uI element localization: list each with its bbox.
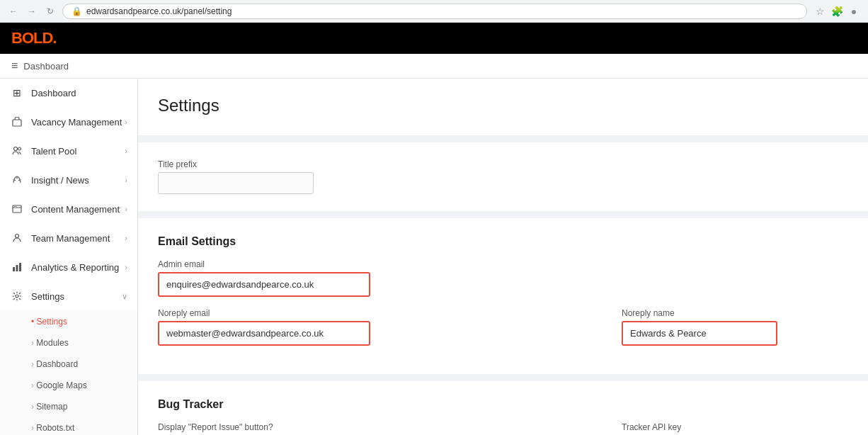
sidebar-label-analytics: Analytics & Reporting [31,262,119,273]
chevron-down-icon: ∨ [122,292,127,301]
insight-icon [10,173,24,187]
title-prefix-input[interactable] [158,172,314,194]
settings-title-card: Settings [138,79,868,135]
sidebar-sub-item-sitemap[interactable]: Sitemap [0,396,137,417]
svg-rect-0 [13,120,21,126]
noreply-email-label: Noreply email [158,308,376,318]
sidebar-item-vacancy-management[interactable]: Vacancy Management › [0,108,137,137]
svg-line-4 [13,180,16,181]
svg-point-9 [16,206,16,207]
chevron-right-icon: › [125,205,127,213]
chevron-right-icon: › [125,118,127,126]
noreply-email-col: Noreply email [158,308,376,346]
browser-chrome: ← → ↻ 🔒 edwardsandpearce.co.uk/panel/set… [0,0,868,23]
noreply-row: Noreply email Noreply name [158,308,848,346]
noreply-name-col: Noreply name [622,308,777,346]
sidebar-item-talent-pool[interactable]: Talent Pool › [0,137,137,166]
tracker-api-col: Tracker API key [622,422,777,435]
content-icon [10,202,24,216]
chevron-right-icon: › [125,263,127,271]
title-prefix-label: Title prefix [158,159,848,169]
sidebar-item-settings[interactable]: Settings ∨ [0,282,137,311]
sidebar-label-dashboard: Dashboard [31,88,76,98]
email-settings-title: Email Settings [158,235,848,248]
email-settings-card: Email Settings Admin email Noreply email… [138,218,868,374]
sidebar-item-content-management[interactable]: Content Management › [0,195,137,224]
sidebar-submenu-settings: Settings Modules Dashboard Google Maps S… [0,311,137,435]
chevron-right-icon: › [125,234,127,242]
noreply-name-input[interactable] [622,321,777,346]
sidebar-sub-item-robots-txt[interactable]: Robots.txt [0,417,137,435]
bug-tracker-card: Bug Tracker Display "Report Issue" butto… [138,381,868,435]
team-icon [10,231,24,245]
sidebar: ⊞ Dashboard Vacancy Management › [0,79,138,435]
logo-text: BOLD [11,29,52,47]
svg-rect-11 [13,267,15,271]
svg-point-8 [14,206,15,207]
sidebar-sub-item-modules[interactable]: Modules [0,332,137,354]
chevron-right-icon: › [125,176,127,184]
main-layout: ⊞ Dashboard Vacancy Management › [0,79,868,435]
sidebar-label-talent: Talent Pool [31,146,76,157]
browser-actions: ☆ 🧩 ● [813,4,861,18]
breadcrumb: Dashboard [23,61,69,72]
bug-tracker-row: Display "Report Issue" button? Tracker A… [158,422,848,435]
sidebar-label-insight: Insight / News [31,175,89,186]
logo: BOLD. [11,29,56,47]
page-title: Settings [158,96,848,115]
svg-point-14 [16,295,18,298]
lock-icon: 🔒 [72,6,82,16]
svg-point-10 [16,235,19,238]
menu-icon[interactable]: ≡ [11,60,18,72]
address-bar[interactable]: 🔒 edwardsandpearce.co.uk/panel/setting [62,4,807,19]
admin-email-label: Admin email [158,259,848,269]
bug-tracker-title: Bug Tracker [158,398,848,411]
svg-line-5 [18,180,21,181]
talent-icon [10,144,24,158]
sidebar-sub-item-settings[interactable]: Settings [0,311,137,332]
svg-rect-13 [19,263,21,271]
sidebar-item-insight-news[interactable]: Insight / News › [0,166,137,195]
vacancy-icon [10,115,24,129]
display-button-col: Display "Report Issue" button? [158,422,376,435]
svg-point-1 [14,147,18,151]
sidebar-label-team: Team Management [31,233,110,244]
sidebar-label-content: Content Management [31,204,120,215]
noreply-email-input[interactable] [158,321,370,346]
svg-rect-12 [16,265,18,271]
content-area: Settings Title prefix Email Settings Adm… [138,79,868,435]
sidebar-sub-item-google-maps[interactable]: Google Maps [0,375,137,396]
star-button[interactable]: ☆ [813,4,827,18]
noreply-name-label: Noreply name [622,308,777,318]
settings-icon [10,289,24,303]
refresh-button[interactable]: ↻ [44,5,57,18]
sidebar-label-vacancy: Vacancy Management [31,117,122,128]
sidebar-label-settings: Settings [31,291,64,302]
analytics-icon [10,260,24,274]
dashboard-icon: ⊞ [10,86,24,100]
topbar: BOLD. [0,23,868,54]
extension-button[interactable]: 🧩 [830,4,844,18]
logo-dot: . [52,29,56,47]
tracker-api-label: Tracker API key [622,422,777,432]
forward-button[interactable]: → [25,5,38,18]
svg-point-2 [18,147,21,150]
title-prefix-card: Title prefix [138,142,868,211]
sidebar-item-team-management[interactable]: Team Management › [0,224,137,253]
profile-button[interactable]: ● [847,4,861,18]
sidebar-item-dashboard[interactable]: ⊞ Dashboard [0,79,137,108]
svg-rect-6 [13,205,21,213]
breadcrumb-bar: ≡ Dashboard [0,54,868,79]
sidebar-sub-item-dashboard[interactable]: Dashboard [0,354,137,375]
back-button[interactable]: ← [7,5,20,18]
sidebar-item-analytics-reporting[interactable]: Analytics & Reporting › [0,253,137,282]
admin-email-input[interactable] [158,272,370,297]
url-text: edwardsandpearce.co.uk/panel/setting [86,6,232,16]
display-button-label: Display "Report Issue" button? [158,422,376,432]
chevron-right-icon: › [125,147,127,155]
